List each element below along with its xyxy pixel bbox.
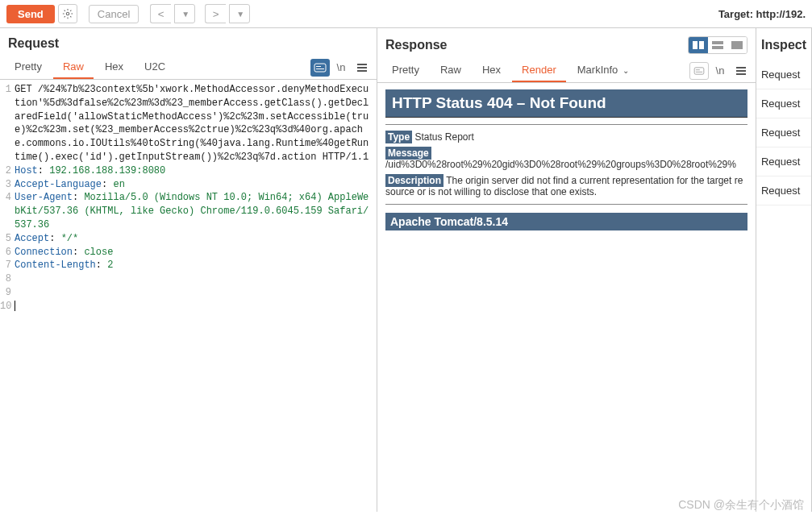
svg-rect-4 [357, 67, 367, 69]
svg-rect-12 [696, 69, 700, 70]
svg-rect-13 [696, 71, 702, 72]
inspector-item[interactable]: Request [756, 147, 811, 176]
svg-rect-0 [314, 64, 326, 72]
message-label: Message [385, 147, 431, 160]
menu-icon[interactable] [352, 59, 372, 77]
response-tabs: Pretty Raw Hex Render MarkInfo ⌄ \n [377, 59, 756, 83]
response-panel: Response Pretty Raw Hex Render MarkInfo … [377, 28, 756, 512]
inspector-panel: Inspect RequestRequestRequestRequestRequ… [756, 28, 812, 512]
svg-rect-3 [357, 64, 367, 65]
prev-button[interactable]: < [150, 4, 171, 23]
svg-rect-5 [357, 70, 367, 72]
request-title: Request [8, 36, 59, 51]
resp-tab-hex[interactable]: Hex [473, 59, 510, 82]
actions-icon[interactable] [310, 59, 330, 77]
main-area: Request Pretty Raw Hex U2C \n 1GET /%24%… [0, 28, 812, 512]
request-tabs: Pretty Raw Hex U2C \n [0, 56, 377, 80]
description-label: Description [385, 174, 443, 187]
inspector-item[interactable]: Request [756, 176, 811, 206]
target-label: Target: http://192. [718, 8, 806, 20]
resp-newline-icon[interactable]: \n [710, 62, 730, 80]
tab-u2c[interactable]: U2C [135, 56, 175, 79]
inspector-item[interactable]: Request [756, 118, 811, 147]
layout-stack-button[interactable] [708, 37, 727, 53]
resp-tab-render[interactable]: Render [512, 59, 566, 82]
editor-line[interactable]: 7Content-Length: 2 [0, 259, 377, 272]
svg-rect-14 [736, 67, 746, 69]
request-panel: Request Pretty Raw Hex U2C \n 1GET /%24%… [0, 28, 377, 512]
request-editor[interactable]: 1GET /%24%7b%23context%5b'xwork.MethodAc… [0, 80, 377, 512]
newline-icon[interactable]: \n [331, 59, 351, 77]
top-toolbar: Send Cancel < ▼ > ▼ Target: http://192. [0, 0, 812, 28]
svg-rect-9 [712, 46, 723, 49]
svg-rect-6 [693, 41, 697, 49]
server-footer: Apache Tomcat/8.5.14 [385, 213, 747, 230]
response-title: Response [385, 38, 447, 52]
svg-rect-7 [699, 41, 704, 49]
svg-rect-16 [736, 73, 746, 75]
resp-tab-markinfo[interactable]: MarkInfo ⌄ [568, 59, 639, 82]
inspector-title: Inspect [756, 28, 811, 60]
resp-menu-icon[interactable] [731, 62, 751, 80]
type-label: Type [385, 131, 412, 143]
svg-rect-15 [736, 70, 746, 72]
message-value: /uid%3D0%28root%29%20gid%3D0%28root%29%2… [385, 159, 736, 170]
editor-line[interactable]: 4User-Agent: Mozilla/5.0 (Windows NT 10.… [0, 191, 377, 231]
svg-rect-1 [316, 66, 321, 67]
svg-rect-11 [694, 67, 704, 73]
inspector-item[interactable]: Request [756, 60, 811, 89]
editor-line[interactable]: 10 [0, 300, 377, 313]
status-title: HTTP Status 404 – Not Found [385, 89, 747, 118]
editor-line[interactable]: 9 [0, 286, 377, 300]
next-button[interactable]: > [205, 4, 226, 23]
send-button[interactable]: Send [6, 5, 55, 23]
editor-line[interactable]: 3Accept-Language: en [0, 178, 377, 192]
cancel-button[interactable]: Cancel [89, 5, 139, 23]
svg-rect-8 [712, 41, 723, 44]
editor-line[interactable]: 8 [0, 272, 377, 286]
editor-line[interactable]: 6Connection: close [0, 246, 377, 260]
layout-single-button[interactable] [727, 37, 747, 53]
resp-tab-raw[interactable]: Raw [431, 59, 471, 82]
response-render: HTTP Status 404 – Not Found Type Status … [377, 83, 756, 237]
inspector-item[interactable]: Request [756, 89, 811, 118]
next-dropdown-button[interactable]: ▼ [229, 4, 250, 23]
svg-rect-10 [731, 41, 743, 49]
resp-actions-icon[interactable] [689, 62, 709, 80]
svg-rect-2 [316, 69, 324, 69]
resp-tab-pretty[interactable]: Pretty [382, 59, 429, 82]
prev-dropdown-button[interactable]: ▼ [174, 4, 195, 23]
tab-hex[interactable]: Hex [95, 56, 133, 79]
layout-split-button[interactable] [689, 37, 708, 53]
tab-pretty[interactable]: Pretty [5, 56, 52, 79]
layout-toggle [688, 36, 747, 54]
gear-icon[interactable] [58, 4, 77, 23]
editor-line[interactable]: 1GET /%24%7b%23context%5b'xwork.MethodAc… [0, 83, 377, 164]
editor-line[interactable]: 5Accept: */* [0, 232, 377, 246]
editor-line[interactable]: 2Host: 192.168.188.139:8080 [0, 164, 377, 178]
type-value: Status Report [414, 131, 473, 143]
tab-raw[interactable]: Raw [53, 56, 94, 79]
